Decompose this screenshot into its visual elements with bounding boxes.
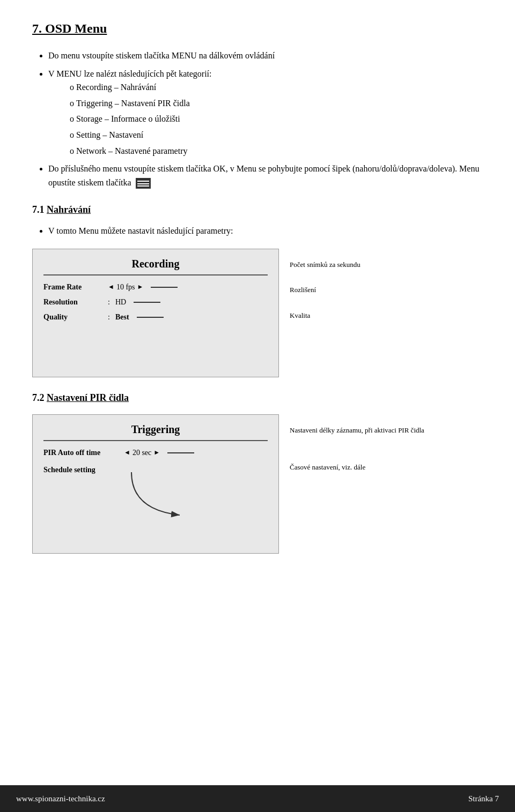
footer: www.spionazni-technika.cz Stránka 7 [0,785,515,812]
recording-annotations: Počet snímků za sekundu Rozlišení Kvalit… [290,249,360,336]
schedule-label: Schedule setting [43,466,124,474]
triggering-annotations: Nastaveni délky záznamu, při aktivaci PI… [290,414,424,488]
resolution-line [134,302,160,303]
section-71-list: V tomto Menu můžete nastavit následující… [32,224,483,238]
schedule-curved-arrow [126,467,190,523]
intro-bullet-1: Do menu vstoupíte stiskem tlačítka MENU … [48,49,483,63]
pir-auto-label: PIR Auto off time [43,449,124,457]
heading-text: 7. OSD Menu [32,21,107,35]
annotation-quality: Kvalita [290,310,360,321]
triggering-diagram-wrap: Triggering PIR Auto off time ◄ 20 sec ► … [32,414,483,554]
annotation-schedule: Časové nastavení, viz. dále [290,462,424,473]
pir-arrow-right-icon: ► [153,449,160,457]
frame-rate-value: ◄ 10 fps ► [108,283,178,292]
category-recording: Recording – Nahrávání [70,80,483,94]
frame-rate-label: Frame Rate [43,283,108,292]
pir-arrow-left-icon: ◄ [124,449,130,457]
recording-diagram-box: Recording Frame Rate ◄ 10 fps ► Resoluti… [32,249,279,377]
footer-website: www.spionazni-technika.cz [16,794,105,803]
resolution-label: Resolution [43,298,108,307]
schedule-row: Schedule setting [43,466,268,523]
footer-page-label: Stránka 7 [468,794,499,803]
triggering-diagram-box: Triggering PIR Auto off time ◄ 20 sec ► … [32,414,279,554]
annotation-frame-rate: Počet snímků za sekundu [290,259,360,270]
intro-bullet-2: V MENU lze nalézt následujících pět kate… [48,67,483,158]
arrow-right-icon: ► [137,283,144,291]
page-content: 7. OSD Menu Do menu vstoupíte stiskem tl… [0,0,515,609]
category-storage: Storage – Informace o úložišti [70,112,483,126]
resolution-row: Resolution : HD [43,298,268,307]
annotation-resolution: Rozlišení [290,285,360,295]
arrow-left-icon: ◄ [108,283,114,291]
quality-value: : Best [108,313,164,322]
frame-rate-row: Frame Rate ◄ 10 fps ► [43,283,268,292]
curved-arrow-svg [126,467,190,520]
category-list: Recording – Nahrávání Triggering – Nasta… [48,80,483,158]
pir-auto-value: ◄ 20 sec ► [124,449,194,457]
nav-bullet: Do příslušného menu vstoupíte stiskem tl… [48,162,483,189]
triggering-diagram-title: Triggering [43,423,268,441]
intro-list: Do menu vstoupíte stiskem tlačítka MENU … [32,49,483,189]
category-network: Network – Nastavené parametry [70,144,483,158]
resolution-value: : HD [108,298,160,307]
pir-auto-line [167,452,194,453]
page-heading: 7. OSD Menu [32,21,483,36]
section-71-bullet: V tomto Menu můžete nastavit následující… [48,224,483,238]
recording-diagram-wrap: Recording Frame Rate ◄ 10 fps ► Resoluti… [32,249,483,377]
pir-auto-row: PIR Auto off time ◄ 20 sec ► [43,449,268,457]
section-71-title: 7.1 Nahrávání [32,204,483,215]
quality-line [137,317,164,318]
category-triggering: Triggering – Nastavení PIR čidla [70,96,483,110]
category-setting: Setting – Nastavení [70,128,483,142]
recording-diagram-title: Recording [43,258,268,275]
annotation-pir-auto: Nastaveni délky záznamu, při aktivaci PI… [290,425,424,436]
quality-label: Quality [43,313,108,322]
menu-button-icon [136,178,151,189]
frame-rate-line [151,287,178,288]
quality-row: Quality : Best [43,313,268,322]
section-72-title: 7.2 Nastavení PIR čidla [32,392,483,404]
